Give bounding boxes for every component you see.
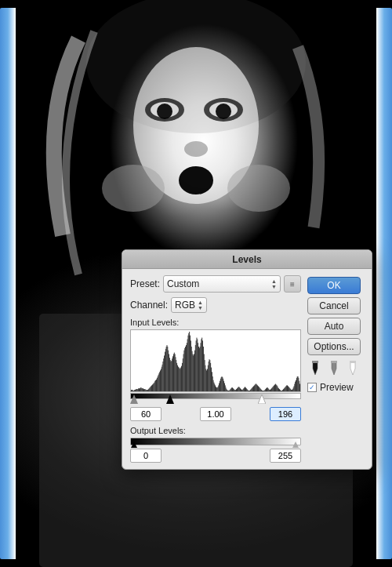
svg-rect-200 (255, 384, 256, 391)
preset-menu-button[interactable]: ≡ (284, 275, 301, 293)
black-point-handle[interactable] (166, 394, 174, 406)
svg-rect-199 (254, 385, 255, 391)
white-eyedropper[interactable] (345, 360, 361, 376)
svg-rect-31 (143, 388, 143, 391)
svg-rect-43 (151, 386, 151, 391)
output-black-handle[interactable] (131, 442, 137, 448)
preset-label: Preset: (130, 278, 160, 289)
input-slider-track[interactable] (130, 393, 301, 404)
options-button[interactable]: Options... (307, 338, 361, 355)
svg-rect-260 (294, 383, 295, 391)
svg-rect-225 (271, 388, 272, 391)
preview-checkbox[interactable]: ✓ (307, 383, 317, 392)
svg-rect-251 (289, 387, 289, 391)
svg-rect-117 (200, 347, 201, 391)
svg-rect-192 (249, 391, 250, 391)
svg-rect-115 (198, 347, 199, 391)
svg-rect-125 (205, 365, 206, 391)
svg-rect-138 (213, 383, 214, 391)
svg-rect-157 (227, 389, 227, 391)
svg-rect-212 (263, 391, 263, 391)
auto-button[interactable]: Auto (307, 318, 361, 335)
svg-rect-218 (267, 387, 267, 391)
svg-rect-203 (256, 384, 257, 391)
output-white-handle[interactable] (292, 442, 299, 448)
cancel-button[interactable]: Cancel (307, 297, 361, 314)
svg-rect-67 (167, 345, 168, 391)
svg-rect-48 (154, 383, 155, 391)
svg-rect-19 (135, 390, 136, 391)
svg-marker-270 (130, 394, 138, 404)
input-gamma-field[interactable] (200, 407, 231, 421)
svg-rect-110 (195, 345, 196, 391)
svg-rect-226 (272, 387, 273, 391)
svg-rect-185 (245, 387, 245, 391)
channel-select[interactable]: RGB ▲ ▼ (171, 297, 207, 313)
svg-rect-170 (234, 390, 235, 391)
svg-rect-109 (194, 351, 195, 391)
preset-select[interactable]: Custom ▲ ▼ (163, 275, 281, 293)
input-black-field[interactable] (130, 407, 162, 421)
svg-rect-236 (278, 388, 279, 391)
svg-rect-119 (201, 339, 201, 391)
svg-rect-126 (205, 369, 206, 391)
svg-rect-20 (136, 389, 136, 391)
gray-eyedropper[interactable] (326, 360, 342, 376)
svg-rect-58 (161, 369, 162, 391)
svg-rect-209 (260, 389, 261, 391)
svg-rect-145 (218, 385, 219, 391)
white-point-handle[interactable] (258, 394, 266, 406)
svg-rect-128 (207, 369, 208, 391)
svg-rect-14 (132, 390, 132, 391)
svg-rect-195 (252, 388, 252, 391)
svg-rect-81 (176, 360, 176, 391)
svg-rect-137 (213, 380, 214, 391)
svg-rect-72 (170, 360, 171, 391)
svg-rect-217 (266, 388, 267, 391)
output-white-field[interactable] (270, 449, 301, 463)
svg-rect-208 (260, 388, 261, 391)
svg-rect-273 (331, 361, 337, 363)
svg-rect-23 (137, 389, 138, 391)
svg-rect-16 (133, 391, 134, 391)
svg-rect-243 (283, 389, 284, 391)
histogram-container (130, 329, 301, 392)
svg-rect-219 (267, 387, 268, 391)
svg-rect-267 (299, 381, 299, 391)
svg-rect-103 (191, 340, 191, 391)
svg-rect-132 (209, 360, 210, 391)
svg-rect-183 (243, 388, 244, 391)
svg-rect-180 (241, 390, 242, 391)
svg-rect-47 (154, 383, 154, 391)
input-white-field[interactable] (270, 407, 301, 421)
svg-rect-257 (292, 389, 293, 391)
gamma-handle[interactable] (130, 394, 138, 406)
svg-rect-239 (281, 391, 281, 391)
svg-rect-231 (275, 383, 276, 391)
svg-rect-159 (227, 391, 228, 391)
svg-rect-41 (150, 387, 151, 391)
svg-rect-57 (160, 370, 161, 391)
black-eyedropper[interactable] (307, 360, 323, 376)
dialog-titlebar: Levels (122, 250, 372, 269)
svg-rect-30 (142, 388, 143, 391)
svg-rect-135 (212, 372, 212, 391)
svg-rect-139 (214, 383, 215, 391)
svg-rect-171 (235, 390, 236, 391)
svg-rect-182 (243, 389, 244, 391)
svg-rect-129 (208, 365, 209, 391)
svg-rect-230 (274, 384, 275, 391)
channel-row: Channel: RGB ▲ ▼ (130, 297, 301, 313)
svg-rect-193 (250, 390, 251, 391)
svg-rect-96 (186, 345, 187, 391)
dialog-title: Levels (232, 254, 261, 265)
svg-rect-262 (296, 380, 296, 391)
ok-button[interactable]: OK (307, 277, 361, 294)
svg-rect-266 (298, 378, 299, 391)
svg-rect-112 (197, 338, 198, 391)
svg-rect-184 (244, 387, 245, 391)
svg-rect-61 (163, 362, 164, 391)
output-black-field[interactable] (130, 449, 162, 463)
svg-rect-142 (216, 387, 217, 391)
svg-rect-210 (261, 390, 262, 391)
